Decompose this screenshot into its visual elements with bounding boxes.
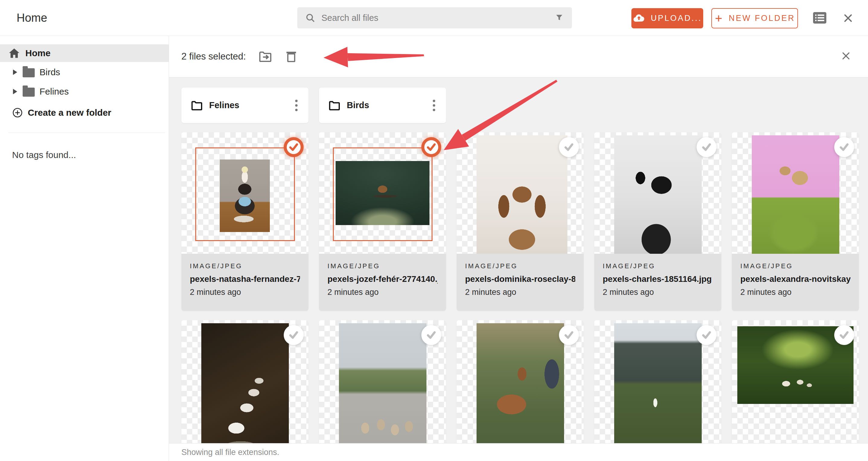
list-view-icon[interactable] (812, 11, 827, 25)
select-checkbox[interactable] (284, 137, 304, 157)
folder-icon (191, 100, 203, 111)
file-meta: IMAGE/JPEG pexels-alexandra-novitskaya-2… (732, 254, 859, 311)
check-icon (702, 142, 712, 152)
top-bar: Home UPLOAD... NEW FOLDER (0, 0, 868, 36)
file-thumbnail (732, 132, 859, 254)
file-meta: IMAGE/JPEG pexels-natasha-fernandez-733.… (181, 254, 308, 311)
check-icon (839, 142, 849, 152)
selection-outline (195, 147, 295, 241)
close-icon[interactable] (843, 13, 854, 25)
content-panel: 2 files selected: (169, 36, 868, 461)
folder-icon (329, 100, 341, 111)
file-type-label: IMAGE/JPEG (190, 262, 300, 270)
select-checkbox[interactable] (834, 325, 854, 345)
page-title: Home (17, 11, 47, 25)
caret-right-icon[interactable] (13, 89, 17, 94)
plus-icon (714, 14, 723, 23)
select-checkbox[interactable] (834, 137, 854, 157)
new-folder-button[interactable]: NEW FOLDER (711, 8, 798, 28)
trash-icon[interactable] (285, 50, 297, 63)
file-card[interactable] (594, 320, 721, 443)
file-card[interactable] (732, 320, 859, 443)
upload-cloud-icon (632, 12, 645, 25)
file-meta: IMAGE/JPEG pexels-dominika-roseclay-8952… (457, 254, 584, 311)
create-new-folder-button[interactable]: Create a new folder (0, 107, 169, 118)
file-thumbnail (181, 320, 308, 443)
sidebar-item-felines[interactable]: Felines (0, 83, 169, 100)
file-card[interactable] (181, 320, 308, 443)
thumbnail-brown-dachshund-portrait (476, 135, 567, 254)
file-type-label: IMAGE/JPEG (328, 262, 438, 270)
select-checkbox[interactable] (696, 137, 716, 157)
create-new-folder-label: Create a new folder (28, 108, 112, 118)
home-icon (8, 48, 20, 58)
clear-selection-close-icon[interactable] (841, 51, 851, 62)
status-text: Showing all file extensions. (181, 448, 279, 457)
thumbnail-geese-walking-on-road (339, 323, 427, 443)
kebab-menu-icon[interactable] (293, 98, 300, 113)
no-tags-text: No tags found... (0, 150, 169, 160)
check-icon (288, 330, 299, 340)
file-card[interactable]: IMAGE/JPEG pexels-alexandra-novitskaya-2… (732, 132, 859, 311)
folder-card-name: Felines (209, 100, 239, 110)
file-card[interactable]: IMAGE/JPEG pexels-charles-1851164.jpg 2 … (594, 132, 721, 311)
file-thumbnail (319, 132, 446, 254)
thumbnail-kangaroo-being-fed (476, 323, 564, 443)
file-card[interactable]: IMAGE/JPEG pexels-natasha-fernandez-733.… (181, 132, 308, 311)
selection-count-text: 2 files selected: (181, 51, 246, 62)
file-meta: IMAGE/JPEG pexels-charles-1851164.jpg 2 … (594, 254, 721, 311)
file-thumbnail (457, 320, 584, 443)
check-icon (564, 330, 574, 340)
caret-right-icon[interactable] (13, 69, 17, 75)
sidebar-item-home[interactable]: Home (0, 45, 169, 62)
folder-card-birds[interactable]: Birds (319, 88, 446, 123)
search-box[interactable] (297, 7, 572, 28)
select-checkbox[interactable] (284, 325, 304, 345)
folder-card-felines[interactable]: Felines (181, 88, 308, 123)
file-time: 2 minutes ago (465, 288, 575, 297)
sidebar: Home Birds Felines Create a new folder N… (0, 36, 169, 461)
file-time: 2 minutes ago (603, 288, 713, 297)
file-name: pexels-jozef-fehér-2774140.jpg (328, 274, 438, 284)
file-card[interactable]: IMAGE/JPEG pexels-dominika-roseclay-8952… (457, 132, 584, 311)
kebab-menu-icon[interactable] (431, 98, 437, 113)
file-name: pexels-dominika-roseclay-8952... (465, 274, 575, 284)
file-name: pexels-alexandra-novitskaya-2... (740, 274, 850, 284)
check-icon (839, 330, 849, 340)
file-type-label: IMAGE/JPEG (740, 262, 850, 270)
search-input[interactable] (321, 13, 548, 23)
file-name: pexels-charles-1851164.jpg (603, 274, 713, 284)
circle-plus-icon (12, 107, 23, 118)
upload-button[interactable]: UPLOAD... (631, 8, 703, 28)
status-bar: Showing all file extensions. (169, 443, 868, 461)
select-checkbox[interactable] (559, 325, 579, 345)
file-thumbnail (457, 132, 584, 254)
check-icon (426, 330, 436, 340)
select-checkbox[interactable] (421, 137, 441, 157)
sidebar-home-label: Home (25, 48, 51, 58)
check-icon (564, 142, 574, 152)
file-thumbnail (319, 320, 446, 443)
check-icon (702, 330, 712, 340)
select-checkbox[interactable] (696, 325, 716, 345)
select-checkbox[interactable] (559, 137, 579, 157)
file-type-label: IMAGE/JPEG (465, 262, 575, 270)
file-card[interactable]: IMAGE/JPEG pexels-jozef-fehér-2774140.jp… (319, 132, 446, 311)
file-time: 2 minutes ago (328, 288, 438, 297)
folder-icon (23, 88, 35, 97)
thumbnail-black-pug-portrait (614, 135, 702, 254)
sidebar-item-birds[interactable]: Birds (0, 63, 169, 81)
new-folder-button-label: NEW FOLDER (728, 13, 795, 23)
check-icon (426, 142, 436, 152)
file-name: pexels-natasha-fernandez-733... (190, 274, 300, 284)
file-type-label: IMAGE/JPEG (603, 262, 713, 270)
search-icon (305, 13, 315, 23)
select-checkbox[interactable] (421, 325, 441, 345)
thumbnail-white-deer-on-hillside (614, 323, 702, 443)
selection-outline (333, 147, 433, 241)
move-to-folder-icon[interactable] (259, 51, 273, 62)
folder-cards-row: Felines Birds (181, 88, 858, 123)
file-card[interactable] (319, 320, 446, 443)
file-card[interactable] (457, 320, 584, 443)
filter-icon[interactable] (554, 13, 564, 23)
